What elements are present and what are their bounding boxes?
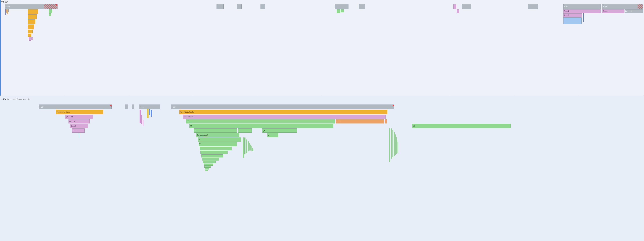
worker-cascade-4 — [202, 158, 219, 160]
task-label: Task — [564, 6, 568, 8]
worker-purple-bar-2 — [141, 115, 142, 124]
worker-extra-bar-2 — [391, 128, 392, 159]
block-label: _e — [263, 130, 265, 132]
main-task-right-2[interactable]: Task — [602, 4, 643, 9]
worker-cascade-9 — [205, 170, 208, 171]
red-corner-icon — [55, 4, 57, 6]
worker-func-call: Function Call — [56, 110, 103, 114]
main-task-right-1[interactable]: Task — [563, 4, 600, 9]
worker-extra-bar-6 — [396, 137, 397, 154]
main-task-purple-1 — [453, 4, 456, 9]
worker-blue-bar-2 — [151, 110, 152, 117]
worker-paren-orange: (... — [336, 119, 384, 124]
run-microtasks-label: Run Microtasks — [180, 111, 194, 113]
main-sub-f1: F...l — [563, 9, 600, 13]
main-task-5[interactable] — [335, 4, 348, 9]
worker-anonymous: (anonymous) — [183, 115, 386, 119]
worker-right-cascade-6 — [250, 144, 251, 150]
block-label: W — [198, 139, 200, 140]
main-section-bg — [0, 0, 644, 96]
timeline-container: ▼ Main Task Task — [0, 0, 644, 241]
main-orange-2 — [28, 14, 37, 19]
sub-label: R...e — [603, 10, 608, 12]
main-green-center-2 — [341, 9, 344, 12]
main-green-center — [337, 9, 340, 13]
main-mini-bars-left — [6, 9, 9, 15]
worker-task-3[interactable]: Task — [171, 104, 394, 109]
worker-right-cascade-1 — [243, 138, 244, 158]
worker-right-cascade-5 — [249, 143, 250, 150]
block-label: ft — [187, 120, 189, 122]
worker-small-task-2[interactable] — [132, 104, 134, 109]
main-task-3[interactable] — [237, 4, 242, 9]
main-orange-1 — [28, 9, 38, 14]
worker-thin-blue — [79, 133, 79, 138]
worker-brown-1 — [385, 119, 387, 124]
task-label: T... — [140, 106, 144, 108]
main-section-label: Main — [3, 1, 8, 3]
task-label: Task — [172, 106, 176, 108]
worker-cascade-7 — [204, 166, 211, 168]
main-task-block-1[interactable]: Task — [5, 4, 58, 9]
main-green-1 — [49, 9, 52, 13]
worker-task-1[interactable]: Task — [39, 104, 112, 109]
worker-lt: lt — [190, 124, 333, 128]
worker-cascade-1 — [200, 147, 232, 150]
block-label: V — [200, 143, 200, 145]
block-label: (a...s) — [66, 116, 73, 118]
worker-cascade-3 — [201, 154, 223, 158]
main-orange-4 — [28, 24, 34, 29]
worker-it: It — [412, 124, 511, 128]
main-task-7[interactable] — [462, 4, 471, 9]
worker-V: V — [199, 142, 237, 146]
main-paren: (...) — [563, 13, 582, 17]
worker-right-cascade-4 — [248, 141, 249, 151]
block-label: (ano...ous) — [197, 134, 208, 136]
mini-bar-purple — [6, 9, 6, 15]
main-task-2[interactable] — [216, 4, 224, 9]
worker-small-task-1[interactable] — [125, 104, 128, 109]
worker-W: W — [198, 138, 241, 142]
main-orange-5 — [28, 30, 33, 33]
main-blue-bar — [583, 13, 584, 22]
worker-gee: ge...e — [68, 119, 90, 124]
worker-ft: ft — [186, 119, 335, 124]
worker-right-cascade-3 — [246, 140, 247, 153]
worker-extra-bar-1 — [389, 128, 390, 162]
block-label: (... — [336, 120, 340, 122]
block-label: (...) — [71, 125, 76, 127]
block-label: z — [194, 130, 196, 132]
worker-extra-bar-5 — [395, 134, 396, 155]
func-call-label: Function Call — [56, 111, 70, 113]
main-sub-re: R...e — [602, 9, 624, 13]
red-corner-icon — [110, 105, 112, 107]
worker-triangle-icon: ▼ — [1, 98, 2, 100]
block-label: lt — [190, 125, 192, 127]
task-label: Task — [40, 106, 44, 108]
worker-z-extra — [238, 128, 252, 132]
worker-anon-s: (a...s) — [65, 115, 93, 119]
worker-right-cascade-7 — [251, 146, 252, 151]
main-sub-lat: La...t — [624, 9, 643, 13]
main-green-2 — [49, 13, 51, 16]
block-label: o — [268, 134, 269, 136]
main-task-purple-sub — [457, 9, 459, 13]
main-orange-3 — [28, 20, 35, 24]
worker-task-t[interactable]: T... — [139, 104, 160, 109]
worker-right-cascade-2 — [244, 138, 246, 154]
worker-run-microtasks: Run Microtasks — [179, 110, 388, 114]
sub-label: La...t — [625, 10, 632, 12]
main-purple-small-2 — [32, 37, 33, 40]
block-label: (anonymous) — [183, 116, 194, 118]
main-triangle-icon: ▼ — [1, 1, 2, 3]
main-blue-rect — [563, 18, 582, 24]
block-label: It — [413, 125, 415, 127]
worker-purple-bar-3 — [142, 120, 144, 126]
main-task-6[interactable] — [358, 4, 365, 9]
worker-right-cascade-8 — [252, 147, 252, 151]
red-corner-icon — [392, 105, 394, 107]
main-task-8[interactable] — [528, 4, 538, 9]
main-task-4[interactable] — [260, 4, 265, 9]
worker-z: z — [194, 128, 237, 132]
worker-extra-bar-4 — [394, 132, 395, 156]
